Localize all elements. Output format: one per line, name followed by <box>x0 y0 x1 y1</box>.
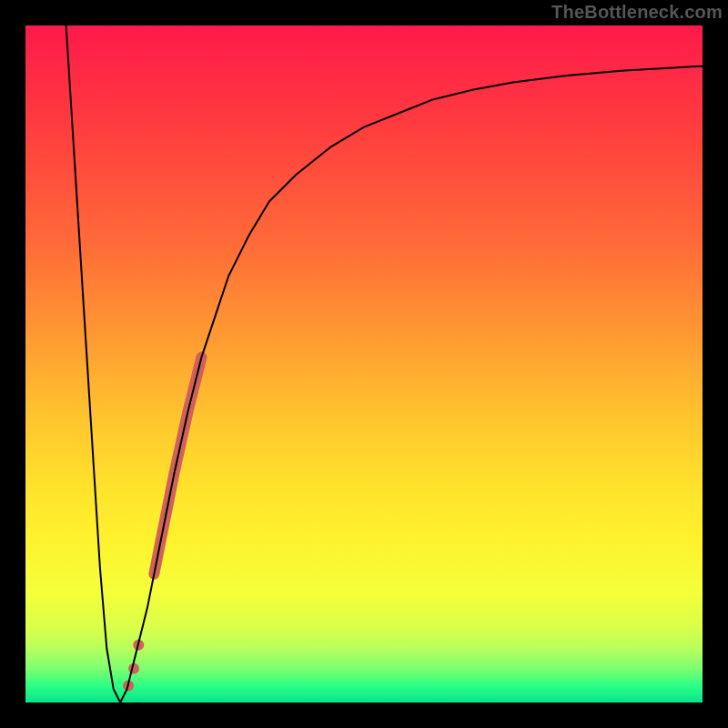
plot-area <box>25 25 703 703</box>
curve-svg <box>25 25 703 703</box>
watermark-text: TheBottleneck.com <box>551 2 723 23</box>
bottleneck-curve <box>66 25 703 703</box>
chart-frame: TheBottleneck.com <box>0 0 728 728</box>
